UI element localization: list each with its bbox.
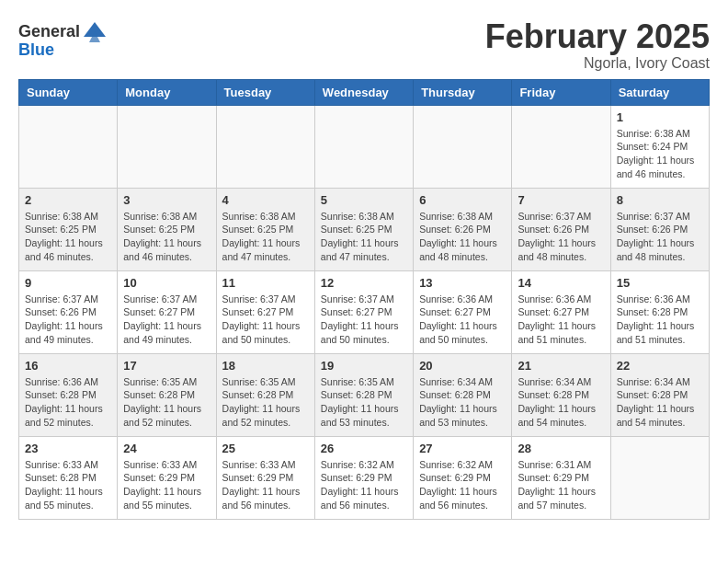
col-monday: Monday bbox=[118, 79, 216, 105]
logo-blue: Blue bbox=[18, 40, 54, 59]
table-row: 12Sunrise: 6:37 AM Sunset: 6:27 PM Dayli… bbox=[314, 270, 413, 353]
table-row: 19Sunrise: 6:35 AM Sunset: 6:28 PM Dayli… bbox=[314, 353, 413, 436]
calendar-header-row: Sunday Monday Tuesday Wednesday Thursday… bbox=[19, 79, 710, 105]
table-row: 28Sunrise: 6:31 AM Sunset: 6:29 PM Dayli… bbox=[512, 436, 610, 519]
col-wednesday: Wednesday bbox=[314, 79, 413, 105]
calendar-week-row: 16Sunrise: 6:36 AM Sunset: 6:28 PM Dayli… bbox=[19, 353, 710, 436]
col-friday: Friday bbox=[512, 79, 610, 105]
day-info: Sunrise: 6:33 AM Sunset: 6:29 PM Dayligh… bbox=[222, 458, 309, 512]
table-row bbox=[414, 105, 512, 188]
day-info: Sunrise: 6:32 AM Sunset: 6:29 PM Dayligh… bbox=[419, 458, 506, 512]
table-row bbox=[19, 105, 118, 188]
day-info: Sunrise: 6:34 AM Sunset: 6:28 PM Dayligh… bbox=[419, 375, 506, 430]
day-number: 22 bbox=[617, 359, 703, 373]
table-row: 11Sunrise: 6:37 AM Sunset: 6:27 PM Dayli… bbox=[216, 270, 314, 353]
day-number: 18 bbox=[222, 359, 309, 373]
day-info: Sunrise: 6:34 AM Sunset: 6:28 PM Dayligh… bbox=[518, 375, 604, 430]
day-info: Sunrise: 6:38 AM Sunset: 6:25 PM Dayligh… bbox=[123, 210, 210, 264]
day-info: Sunrise: 6:33 AM Sunset: 6:29 PM Dayligh… bbox=[123, 458, 210, 512]
day-number: 5 bbox=[321, 193, 407, 207]
day-info: Sunrise: 6:38 AM Sunset: 6:24 PM Dayligh… bbox=[617, 127, 703, 181]
table-row: 26Sunrise: 6:32 AM Sunset: 6:29 PM Dayli… bbox=[314, 436, 413, 519]
table-row: 4Sunrise: 6:38 AM Sunset: 6:25 PM Daylig… bbox=[216, 188, 314, 270]
table-row: 17Sunrise: 6:35 AM Sunset: 6:28 PM Dayli… bbox=[118, 353, 216, 436]
day-info: Sunrise: 6:35 AM Sunset: 6:28 PM Dayligh… bbox=[222, 375, 309, 430]
col-thursday: Thursday bbox=[414, 79, 512, 105]
day-number: 23 bbox=[25, 442, 111, 455]
table-row: 8Sunrise: 6:37 AM Sunset: 6:26 PM Daylig… bbox=[610, 188, 709, 270]
logo: General Blue bbox=[18, 18, 108, 60]
day-info: Sunrise: 6:37 AM Sunset: 6:27 PM Dayligh… bbox=[321, 293, 407, 347]
day-number: 4 bbox=[222, 193, 309, 207]
table-row: 2Sunrise: 6:38 AM Sunset: 6:25 PM Daylig… bbox=[19, 188, 118, 270]
calendar-week-row: 2Sunrise: 6:38 AM Sunset: 6:25 PM Daylig… bbox=[19, 188, 710, 270]
day-number: 10 bbox=[123, 276, 210, 290]
day-number: 7 bbox=[518, 193, 604, 207]
day-info: Sunrise: 6:37 AM Sunset: 6:26 PM Dayligh… bbox=[25, 293, 111, 347]
calendar-week-row: 9Sunrise: 6:37 AM Sunset: 6:26 PM Daylig… bbox=[19, 270, 710, 353]
table-row: 10Sunrise: 6:37 AM Sunset: 6:27 PM Dayli… bbox=[118, 270, 216, 353]
logo-icon bbox=[82, 18, 108, 44]
calendar-table: Sunday Monday Tuesday Wednesday Thursday… bbox=[18, 79, 710, 520]
col-saturday: Saturday bbox=[610, 79, 709, 105]
day-info: Sunrise: 6:38 AM Sunset: 6:26 PM Dayligh… bbox=[419, 210, 506, 264]
day-number: 17 bbox=[123, 359, 210, 373]
day-info: Sunrise: 6:38 AM Sunset: 6:25 PM Dayligh… bbox=[222, 210, 309, 264]
table-row: 1Sunrise: 6:38 AM Sunset: 6:24 PM Daylig… bbox=[610, 105, 709, 188]
day-number: 28 bbox=[518, 442, 604, 455]
table-row bbox=[610, 436, 709, 519]
day-number: 24 bbox=[123, 442, 210, 455]
day-number: 3 bbox=[123, 193, 210, 207]
day-info: Sunrise: 6:38 AM Sunset: 6:25 PM Dayligh… bbox=[25, 210, 111, 264]
day-info: Sunrise: 6:31 AM Sunset: 6:29 PM Dayligh… bbox=[518, 458, 604, 512]
day-number: 20 bbox=[419, 359, 506, 373]
day-info: Sunrise: 6:36 AM Sunset: 6:28 PM Dayligh… bbox=[617, 293, 703, 347]
table-row: 16Sunrise: 6:36 AM Sunset: 6:28 PM Dayli… bbox=[19, 353, 118, 436]
day-info: Sunrise: 6:37 AM Sunset: 6:27 PM Dayligh… bbox=[222, 293, 309, 347]
table-row: 5Sunrise: 6:38 AM Sunset: 6:25 PM Daylig… bbox=[314, 188, 413, 270]
day-number: 2 bbox=[25, 193, 111, 207]
day-number: 26 bbox=[321, 442, 407, 455]
table-row: 6Sunrise: 6:38 AM Sunset: 6:26 PM Daylig… bbox=[414, 188, 512, 270]
table-row: 22Sunrise: 6:34 AM Sunset: 6:28 PM Dayli… bbox=[610, 353, 709, 436]
day-info: Sunrise: 6:36 AM Sunset: 6:28 PM Dayligh… bbox=[25, 375, 111, 430]
table-row bbox=[118, 105, 216, 188]
table-row: 27Sunrise: 6:32 AM Sunset: 6:29 PM Dayli… bbox=[414, 436, 512, 519]
table-row: 20Sunrise: 6:34 AM Sunset: 6:28 PM Dayli… bbox=[414, 353, 512, 436]
day-info: Sunrise: 6:37 AM Sunset: 6:26 PM Dayligh… bbox=[518, 210, 604, 264]
calendar-week-row: 1Sunrise: 6:38 AM Sunset: 6:24 PM Daylig… bbox=[19, 105, 710, 188]
day-number: 11 bbox=[222, 276, 309, 290]
day-number: 15 bbox=[617, 276, 703, 290]
day-number: 21 bbox=[518, 359, 604, 373]
day-number: 8 bbox=[617, 193, 703, 207]
title-block: February 2025 Ngorla, Ivory Coast bbox=[485, 18, 710, 72]
table-row: 23Sunrise: 6:33 AM Sunset: 6:28 PM Dayli… bbox=[19, 436, 118, 519]
day-info: Sunrise: 6:35 AM Sunset: 6:28 PM Dayligh… bbox=[321, 375, 407, 430]
day-info: Sunrise: 6:36 AM Sunset: 6:27 PM Dayligh… bbox=[518, 293, 604, 347]
page-header: General Blue February 2025 Ngorla, Ivory… bbox=[18, 18, 710, 72]
day-number: 16 bbox=[25, 359, 111, 373]
day-number: 6 bbox=[419, 193, 506, 207]
month-title: February 2025 bbox=[485, 18, 710, 55]
day-number: 27 bbox=[419, 442, 506, 455]
day-info: Sunrise: 6:34 AM Sunset: 6:28 PM Dayligh… bbox=[617, 375, 703, 430]
table-row: 24Sunrise: 6:33 AM Sunset: 6:29 PM Dayli… bbox=[118, 436, 216, 519]
day-number: 9 bbox=[25, 276, 111, 290]
table-row: 9Sunrise: 6:37 AM Sunset: 6:26 PM Daylig… bbox=[19, 270, 118, 353]
day-info: Sunrise: 6:33 AM Sunset: 6:28 PM Dayligh… bbox=[25, 458, 111, 512]
day-info: Sunrise: 6:37 AM Sunset: 6:26 PM Dayligh… bbox=[617, 210, 703, 264]
day-info: Sunrise: 6:37 AM Sunset: 6:27 PM Dayligh… bbox=[123, 293, 210, 347]
logo-general: General bbox=[18, 22, 80, 41]
day-number: 19 bbox=[321, 359, 407, 373]
table-row: 14Sunrise: 6:36 AM Sunset: 6:27 PM Dayli… bbox=[512, 270, 610, 353]
table-row bbox=[216, 105, 314, 188]
day-number: 14 bbox=[518, 276, 604, 290]
col-tuesday: Tuesday bbox=[216, 79, 314, 105]
day-info: Sunrise: 6:32 AM Sunset: 6:29 PM Dayligh… bbox=[321, 458, 407, 512]
logo-text: General Blue bbox=[18, 18, 108, 60]
day-info: Sunrise: 6:36 AM Sunset: 6:27 PM Dayligh… bbox=[419, 293, 506, 347]
table-row: 21Sunrise: 6:34 AM Sunset: 6:28 PM Dayli… bbox=[512, 353, 610, 436]
location-subtitle: Ngorla, Ivory Coast bbox=[485, 55, 710, 72]
day-info: Sunrise: 6:35 AM Sunset: 6:28 PM Dayligh… bbox=[123, 375, 210, 430]
table-row: 7Sunrise: 6:37 AM Sunset: 6:26 PM Daylig… bbox=[512, 188, 610, 270]
